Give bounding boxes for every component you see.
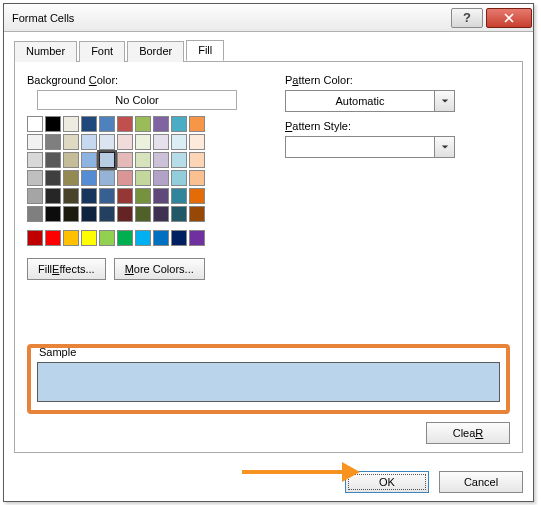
color-swatch[interactable] <box>99 230 115 246</box>
color-swatch[interactable] <box>153 206 169 222</box>
color-swatch[interactable] <box>99 188 115 204</box>
color-swatch[interactable] <box>45 206 61 222</box>
color-swatch[interactable] <box>99 152 115 168</box>
titlebar: Format Cells ? <box>4 4 533 32</box>
ok-button[interactable]: OK <box>345 471 429 493</box>
color-swatch[interactable] <box>27 116 43 132</box>
color-swatch[interactable] <box>189 116 205 132</box>
color-swatch[interactable] <box>99 170 115 186</box>
color-swatch[interactable] <box>153 134 169 150</box>
pattern-color-value: Automatic <box>286 95 434 107</box>
pattern-color-label: Pattern Color: <box>285 74 510 86</box>
color-swatch[interactable] <box>81 152 97 168</box>
color-swatch[interactable] <box>171 188 187 204</box>
color-swatch[interactable] <box>81 134 97 150</box>
help-button[interactable]: ? <box>451 8 483 28</box>
color-swatch[interactable] <box>171 230 187 246</box>
color-swatch[interactable] <box>81 188 97 204</box>
color-swatch[interactable] <box>117 170 133 186</box>
clear-button[interactable]: CleaR <box>426 422 510 444</box>
close-button[interactable] <box>486 8 532 28</box>
color-swatch[interactable] <box>117 188 133 204</box>
fill-effects-button[interactable]: Fill Effects... <box>27 258 106 280</box>
fill-panel: Background Color: No Color Fill Effects.… <box>14 62 523 453</box>
background-color-label: Background Color: <box>27 74 267 86</box>
color-swatch[interactable] <box>63 170 79 186</box>
color-swatch[interactable] <box>81 116 97 132</box>
pattern-color-dropdown[interactable]: Automatic <box>285 90 455 112</box>
pattern-style-label: Pattern Style: <box>285 120 510 132</box>
color-swatch[interactable] <box>99 116 115 132</box>
format-cells-window: Format Cells ? Number Font Border Fill B… <box>3 3 534 502</box>
color-swatch[interactable] <box>117 152 133 168</box>
color-swatch[interactable] <box>189 188 205 204</box>
color-swatch[interactable] <box>189 170 205 186</box>
tab-number[interactable]: Number <box>14 41 77 62</box>
color-swatch[interactable] <box>189 230 205 246</box>
color-swatch[interactable] <box>135 206 151 222</box>
color-swatch[interactable] <box>153 170 169 186</box>
color-swatch[interactable] <box>45 170 61 186</box>
dialog-body: Number Font Border Fill Background Color… <box>4 32 533 463</box>
color-swatch[interactable] <box>63 116 79 132</box>
more-colors-button[interactable]: More Colors... <box>114 258 205 280</box>
color-swatch[interactable] <box>171 206 187 222</box>
tab-font[interactable]: Font <box>79 41 125 62</box>
color-swatch[interactable] <box>135 152 151 168</box>
tab-border[interactable]: Border <box>127 41 184 62</box>
color-swatch[interactable] <box>171 170 187 186</box>
color-swatch[interactable] <box>99 206 115 222</box>
color-swatch[interactable] <box>171 116 187 132</box>
cancel-button[interactable]: Cancel <box>439 471 523 493</box>
color-swatch[interactable] <box>171 134 187 150</box>
sample-preview <box>37 362 500 402</box>
color-swatch[interactable] <box>27 134 43 150</box>
color-swatch[interactable] <box>27 152 43 168</box>
color-swatch[interactable] <box>27 230 43 246</box>
color-swatch[interactable] <box>45 230 61 246</box>
color-swatch[interactable] <box>189 134 205 150</box>
color-palette <box>27 116 267 246</box>
dropdown-arrow-icon <box>434 137 454 157</box>
color-swatch[interactable] <box>27 206 43 222</box>
color-swatch[interactable] <box>135 230 151 246</box>
color-swatch[interactable] <box>63 188 79 204</box>
color-swatch[interactable] <box>135 116 151 132</box>
color-swatch[interactable] <box>45 152 61 168</box>
color-swatch[interactable] <box>153 230 169 246</box>
color-swatch[interactable] <box>81 206 97 222</box>
tab-bar: Number Font Border Fill <box>14 40 523 62</box>
color-swatch[interactable] <box>99 134 115 150</box>
color-swatch[interactable] <box>81 170 97 186</box>
color-swatch[interactable] <box>171 152 187 168</box>
color-swatch[interactable] <box>153 152 169 168</box>
sample-group: Sample <box>27 344 510 414</box>
color-swatch[interactable] <box>117 116 133 132</box>
sample-label: Sample <box>37 346 78 358</box>
color-swatch[interactable] <box>153 116 169 132</box>
color-swatch[interactable] <box>27 188 43 204</box>
color-swatch[interactable] <box>153 188 169 204</box>
no-color-button[interactable]: No Color <box>37 90 237 110</box>
color-swatch[interactable] <box>117 230 133 246</box>
pattern-style-dropdown[interactable] <box>285 136 455 158</box>
color-swatch[interactable] <box>189 206 205 222</box>
color-swatch[interactable] <box>63 230 79 246</box>
color-swatch[interactable] <box>81 230 97 246</box>
color-swatch[interactable] <box>63 152 79 168</box>
color-swatch[interactable] <box>135 170 151 186</box>
tab-fill[interactable]: Fill <box>186 40 224 61</box>
color-swatch[interactable] <box>45 134 61 150</box>
color-swatch[interactable] <box>189 152 205 168</box>
color-swatch[interactable] <box>117 206 133 222</box>
close-icon <box>504 13 514 23</box>
color-swatch[interactable] <box>63 206 79 222</box>
color-swatch[interactable] <box>45 188 61 204</box>
dialog-footer: OK Cancel <box>4 463 533 501</box>
color-swatch[interactable] <box>117 134 133 150</box>
color-swatch[interactable] <box>45 116 61 132</box>
color-swatch[interactable] <box>135 188 151 204</box>
color-swatch[interactable] <box>63 134 79 150</box>
color-swatch[interactable] <box>135 134 151 150</box>
color-swatch[interactable] <box>27 170 43 186</box>
